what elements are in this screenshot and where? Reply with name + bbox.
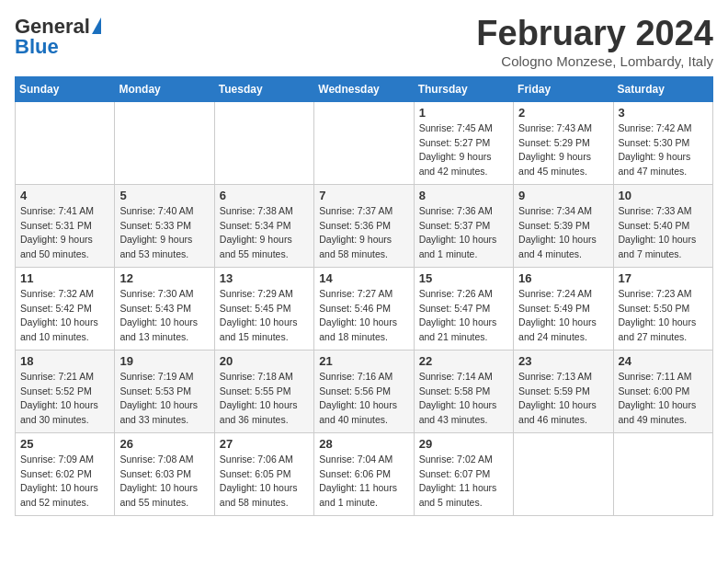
- calendar-cell: 26Sunrise: 7:08 AMSunset: 6:03 PMDayligh…: [115, 432, 214, 515]
- calendar-cell: 28Sunrise: 7:04 AMSunset: 6:06 PMDayligh…: [314, 432, 414, 515]
- day-info: Sunrise: 7:19 AMSunset: 5:53 PMDaylight:…: [119, 370, 209, 428]
- day-info: Sunrise: 7:37 AMSunset: 5:36 PMDaylight:…: [319, 204, 408, 262]
- day-number: 29: [419, 437, 508, 451]
- week-row-1: 4Sunrise: 7:41 AMSunset: 5:31 PMDaylight…: [16, 184, 713, 267]
- day-info: Sunrise: 7:04 AMSunset: 6:06 PMDaylight:…: [319, 453, 408, 511]
- calendar-cell: 3Sunrise: 7:42 AMSunset: 5:30 PMDaylight…: [613, 101, 712, 184]
- logo-triangle-icon: [92, 17, 101, 34]
- day-number: 15: [419, 271, 508, 285]
- day-number: 28: [319, 437, 408, 451]
- day-number: 10: [619, 189, 708, 202]
- col-header-wednesday: Wednesday: [314, 76, 414, 101]
- day-info: Sunrise: 7:36 AMSunset: 5:37 PMDaylight:…: [419, 204, 508, 262]
- day-number: 27: [220, 437, 309, 451]
- calendar-cell: 24Sunrise: 7:11 AMSunset: 6:00 PMDayligh…: [613, 350, 712, 432]
- day-number: 5: [119, 189, 209, 202]
- calendar-cell: 22Sunrise: 7:14 AMSunset: 5:58 PMDayligh…: [414, 350, 513, 432]
- calendar-cell: 23Sunrise: 7:13 AMSunset: 5:59 PMDayligh…: [514, 350, 613, 432]
- day-number: 1: [419, 106, 508, 120]
- day-number: 14: [319, 271, 408, 285]
- title-area: February 2024 Cologno Monzese, Lombardy,…: [476, 15, 713, 69]
- day-number: 21: [319, 354, 408, 368]
- day-info: Sunrise: 7:08 AMSunset: 6:03 PMDaylight:…: [119, 453, 209, 511]
- day-number: 26: [119, 437, 209, 451]
- week-row-2: 11Sunrise: 7:32 AMSunset: 5:42 PMDayligh…: [16, 267, 713, 350]
- calendar-cell: 16Sunrise: 7:24 AMSunset: 5:49 PMDayligh…: [514, 267, 613, 350]
- calendar-cell: 27Sunrise: 7:06 AMSunset: 6:05 PMDayligh…: [214, 432, 313, 515]
- calendar-cell: 6Sunrise: 7:38 AMSunset: 5:34 PMDaylight…: [214, 184, 313, 267]
- month-title: February 2024: [476, 15, 713, 53]
- week-row-4: 25Sunrise: 7:09 AMSunset: 6:02 PMDayligh…: [16, 432, 713, 515]
- col-header-thursday: Thursday: [414, 76, 513, 101]
- calendar-header-row: SundayMondayTuesdayWednesdayThursdayFrid…: [16, 76, 713, 101]
- calendar-cell: 2Sunrise: 7:43 AMSunset: 5:29 PMDaylight…: [514, 101, 613, 184]
- day-info: Sunrise: 7:11 AMSunset: 6:00 PMDaylight:…: [619, 370, 708, 428]
- day-number: 4: [20, 189, 109, 202]
- day-number: 16: [518, 271, 608, 285]
- day-number: 20: [220, 354, 309, 368]
- calendar-cell: 8Sunrise: 7:36 AMSunset: 5:37 PMDaylight…: [414, 184, 513, 267]
- day-number: 23: [518, 354, 608, 368]
- day-number: 25: [20, 437, 109, 451]
- day-info: Sunrise: 7:13 AMSunset: 5:59 PMDaylight:…: [518, 370, 608, 428]
- day-number: 24: [619, 354, 708, 368]
- day-info: Sunrise: 7:42 AMSunset: 5:30 PMDaylight:…: [619, 121, 708, 179]
- col-header-friday: Friday: [514, 76, 613, 101]
- calendar-cell: 14Sunrise: 7:27 AMSunset: 5:46 PMDayligh…: [314, 267, 414, 350]
- calendar-cell: 4Sunrise: 7:41 AMSunset: 5:31 PMDaylight…: [16, 184, 115, 267]
- day-number: 17: [619, 271, 708, 285]
- day-number: 11: [20, 271, 109, 285]
- calendar-cell: 1Sunrise: 7:45 AMSunset: 5:27 PMDaylight…: [414, 101, 513, 184]
- day-info: Sunrise: 7:06 AMSunset: 6:05 PMDaylight:…: [220, 453, 309, 511]
- day-info: Sunrise: 7:14 AMSunset: 5:58 PMDaylight:…: [419, 370, 508, 428]
- day-info: Sunrise: 7:43 AMSunset: 5:29 PMDaylight:…: [518, 121, 608, 179]
- calendar-cell: 11Sunrise: 7:32 AMSunset: 5:42 PMDayligh…: [16, 267, 115, 350]
- calendar-cell: 12Sunrise: 7:30 AMSunset: 5:43 PMDayligh…: [115, 267, 214, 350]
- calendar-cell: 9Sunrise: 7:34 AMSunset: 5:39 PMDaylight…: [514, 184, 613, 267]
- day-info: Sunrise: 7:26 AMSunset: 5:47 PMDaylight:…: [419, 287, 508, 345]
- day-info: Sunrise: 7:38 AMSunset: 5:34 PMDaylight:…: [220, 204, 309, 262]
- col-header-saturday: Saturday: [613, 76, 712, 101]
- col-header-sunday: Sunday: [16, 76, 115, 101]
- day-number: 3: [619, 106, 708, 120]
- calendar-cell: 15Sunrise: 7:26 AMSunset: 5:47 PMDayligh…: [414, 267, 513, 350]
- calendar-cell: [16, 101, 115, 184]
- calendar-cell: 5Sunrise: 7:40 AMSunset: 5:33 PMDaylight…: [115, 184, 214, 267]
- calendar-cell: 25Sunrise: 7:09 AMSunset: 6:02 PMDayligh…: [16, 432, 115, 515]
- day-number: 19: [119, 354, 209, 368]
- day-info: Sunrise: 7:23 AMSunset: 5:50 PMDaylight:…: [619, 287, 708, 345]
- day-number: 22: [419, 354, 508, 368]
- calendar-table: SundayMondayTuesdayWednesdayThursdayFrid…: [15, 76, 713, 516]
- day-info: Sunrise: 7:32 AMSunset: 5:42 PMDaylight:…: [20, 287, 109, 345]
- day-number: 9: [518, 189, 608, 202]
- calendar-cell: 7Sunrise: 7:37 AMSunset: 5:36 PMDaylight…: [314, 184, 414, 267]
- location-subtitle: Cologno Monzese, Lombardy, Italy: [476, 53, 713, 69]
- day-number: 6: [220, 189, 309, 202]
- day-info: Sunrise: 7:24 AMSunset: 5:49 PMDaylight:…: [518, 287, 608, 345]
- day-info: Sunrise: 7:29 AMSunset: 5:45 PMDaylight:…: [220, 287, 309, 345]
- calendar-cell: 17Sunrise: 7:23 AMSunset: 5:50 PMDayligh…: [613, 267, 712, 350]
- day-info: Sunrise: 7:40 AMSunset: 5:33 PMDaylight:…: [119, 204, 209, 262]
- day-info: Sunrise: 7:09 AMSunset: 6:02 PMDaylight:…: [20, 453, 109, 511]
- calendar-cell: 19Sunrise: 7:19 AMSunset: 5:53 PMDayligh…: [115, 350, 214, 432]
- calendar-cell: 21Sunrise: 7:16 AMSunset: 5:56 PMDayligh…: [314, 350, 414, 432]
- calendar-cell: [214, 101, 313, 184]
- day-info: Sunrise: 7:16 AMSunset: 5:56 PMDaylight:…: [319, 370, 408, 428]
- calendar-cell: [115, 101, 214, 184]
- day-info: Sunrise: 7:45 AMSunset: 5:27 PMDaylight:…: [419, 121, 508, 179]
- col-header-tuesday: Tuesday: [214, 76, 313, 101]
- calendar-cell: [613, 432, 712, 515]
- day-info: Sunrise: 7:18 AMSunset: 5:55 PMDaylight:…: [220, 370, 309, 428]
- day-number: 18: [20, 354, 109, 368]
- calendar-cell: 20Sunrise: 7:18 AMSunset: 5:55 PMDayligh…: [214, 350, 313, 432]
- day-number: 12: [119, 271, 209, 285]
- logo-blue-text: Blue: [15, 35, 59, 58]
- calendar-cell: 29Sunrise: 7:02 AMSunset: 6:07 PMDayligh…: [414, 432, 513, 515]
- calendar-cell: 10Sunrise: 7:33 AMSunset: 5:40 PMDayligh…: [613, 184, 712, 267]
- calendar-cell: [514, 432, 613, 515]
- col-header-monday: Monday: [115, 76, 214, 101]
- day-number: 8: [419, 189, 508, 202]
- day-info: Sunrise: 7:27 AMSunset: 5:46 PMDaylight:…: [319, 287, 408, 345]
- day-info: Sunrise: 7:33 AMSunset: 5:40 PMDaylight:…: [619, 204, 708, 262]
- day-info: Sunrise: 7:41 AMSunset: 5:31 PMDaylight:…: [20, 204, 109, 262]
